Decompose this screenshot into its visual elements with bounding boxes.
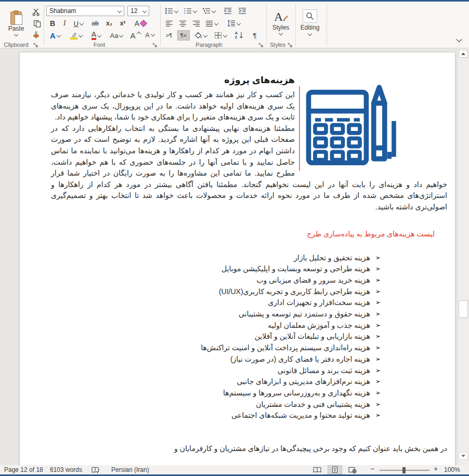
styles-button[interactable]: A Styles [269, 6, 293, 39]
group-separator [295, 4, 296, 46]
format-painter-button[interactable] [30, 30, 42, 39]
collapse-ribbon-button[interactable] [453, 36, 465, 45]
sort-button[interactable]: A Z [231, 30, 247, 41]
group-separator [327, 4, 327, 46]
text-effects-button[interactable]: A [47, 30, 63, 41]
italic-glyph: I [63, 19, 66, 28]
document-area: هزینه‌های پروژه این کسب و کار نیز همانند… [0, 48, 457, 465]
numbering-button[interactable] [181, 6, 198, 16]
eraser-icon [140, 20, 147, 27]
list-item: ➢هزینه طراحی و توسعه وبسایت و اپلیکیشن م… [51, 263, 381, 275]
show-marks-button[interactable]: ¶ [249, 30, 260, 41]
pilcrow-glyph: ¶ [253, 32, 257, 39]
align-left-icon [165, 20, 173, 27]
arrow-bullet-icon: ➢ [375, 376, 381, 388]
superscript-button[interactable]: x² [116, 18, 129, 29]
borders-button[interactable] [212, 30, 229, 41]
line-spacing-button[interactable] [224, 18, 243, 29]
font-size-combo[interactable]: 12 [127, 6, 149, 16]
paste-clipboard-icon [10, 10, 22, 24]
numbering-chevron [192, 9, 197, 13]
cost-list-heading: لیست هزینه‌های مربوط به پیاده‌سازی طرح [51, 229, 435, 240]
increase-indent-icon [238, 7, 246, 15]
bullets-chevron [174, 9, 178, 13]
change-case-button[interactable]: Aa [107, 30, 126, 41]
print-layout-button[interactable] [328, 465, 342, 474]
copy-button[interactable] [31, 19, 43, 28]
language-indicator[interactable]: Persian (Iran) [111, 466, 149, 474]
decrease-indent-button[interactable] [221, 6, 234, 16]
list-item: ➢هزینه جذب و آموزش معلمان اولیه [51, 320, 381, 332]
align-center-button[interactable] [176, 18, 189, 29]
page-indicator[interactable]: Page 12 of 18 [4, 466, 43, 474]
font-dialog-launcher[interactable] [152, 43, 158, 48]
list-item: ➢هزینه راه‌اندازی سیستم پرداخت آنلاین و … [51, 342, 381, 354]
clear-formatting-button[interactable]: A [132, 18, 149, 29]
page-content: هزینه‌های پروژه این کسب و کار نیز همانند… [20, 52, 455, 465]
bold-button[interactable]: B [47, 18, 58, 29]
font-color-glyph: A [92, 31, 96, 40]
zoom-in-button[interactable]: + [434, 465, 438, 473]
strikethrough-button[interactable]: ab [88, 18, 102, 29]
web-layout-button[interactable] [345, 465, 360, 474]
editing-chevron [308, 32, 312, 36]
underline-chevron [80, 21, 84, 25]
rtl-direction-button[interactable]: ¶< [177, 30, 190, 41]
document-page[interactable]: هزینه‌های پروژه این کسب و کار نیز همانند… [19, 52, 455, 465]
shrink-font-button[interactable]: A [144, 30, 156, 41]
justify-button[interactable] [203, 18, 220, 29]
list-item-text: هزینه بازاریابی و تبلیغات آنلاین و آفلای… [255, 331, 370, 342]
list-item-text: هزینه نگهداری و به‌روزرسانی سرورها و سیس… [223, 388, 370, 399]
image-wrap-boundary [299, 86, 300, 171]
list-item-text: هزینه تولید محتوا و مدیریت شبکه‌های اجتم… [231, 410, 370, 421]
arrow-bullet-icon: ➢ [375, 410, 381, 421]
align-right-button[interactable] [190, 18, 202, 29]
subscript-button[interactable]: x₂ [103, 18, 115, 29]
clipboard-dialog-launcher[interactable] [33, 43, 39, 48]
calculator-image-frame[interactable] [299, 73, 447, 172]
styles-dialog-launcher[interactable] [288, 43, 293, 48]
list-item: ➢هزینه خرید سرور و فضای میزبانی وب [51, 275, 381, 286]
zoom-out-button[interactable]: − [370, 465, 374, 473]
word-count[interactable]: 6103 words [50, 466, 82, 474]
list-item-text: هزینه تحقیق و تحلیل بازار [294, 253, 370, 264]
list-item: ➢هزینه ثبت برند و مسائل قانونی [51, 365, 381, 377]
increase-indent-button[interactable] [236, 6, 249, 16]
font-color-button[interactable]: A [87, 30, 105, 41]
multilevel-list-button[interactable] [200, 6, 217, 16]
align-left-button[interactable] [163, 18, 175, 29]
scrollbar-thumb[interactable] [459, 300, 468, 318]
list-item-text: هزینه ثبت برند و مسائل قانونی [278, 365, 370, 377]
underline-button[interactable]: U [71, 18, 86, 29]
arrow-bullet-icon: ➢ [375, 275, 381, 286]
scroll-up-button[interactable] [459, 50, 468, 58]
highlight-button[interactable] [67, 30, 85, 41]
cut-button[interactable] [30, 7, 42, 17]
shading-button[interactable] [192, 30, 210, 41]
font-color-chevron [97, 33, 101, 37]
paste-button[interactable]: Paste [4, 6, 28, 40]
zoom-level[interactable]: 100% [444, 466, 460, 474]
ltr-direction-button[interactable]: >¶ [163, 30, 175, 41]
scroll-down-button[interactable] [459, 452, 468, 460]
grow-font-button[interactable]: A [129, 30, 141, 41]
font-size-value: 12 [131, 7, 137, 15]
list-item-text: هزینه راه‌اندازی سیستم پرداخت آنلاین و ا… [201, 342, 370, 354]
vertical-scrollbar[interactable] [457, 48, 469, 465]
borders-icon [214, 32, 222, 39]
list-item: ➢هزینه سخت‌افزار و تجهیزات اداری [51, 297, 381, 309]
align-right-icon [192, 20, 200, 27]
list-item-text: هزینه خرید سرور و فضای میزبانی وب [256, 275, 370, 286]
paragraph-dialog-launcher[interactable] [258, 43, 264, 48]
text-effects-chevron [57, 33, 61, 37]
editing-button[interactable]: Editing [298, 6, 322, 39]
bullets-button[interactable] [163, 6, 179, 16]
italic-button[interactable]: I [59, 18, 70, 29]
list-item: ➢هزینه نگهداری و به‌روزرسانی سرورها و سی… [51, 388, 381, 399]
arrow-bullet-icon: ➢ [375, 263, 381, 275]
read-mode-button[interactable] [310, 465, 324, 474]
arrow-bullet-icon: ➢ [375, 320, 381, 332]
font-group-label: Font [45, 42, 154, 48]
font-name-combo[interactable]: Shabnam [46, 6, 124, 16]
zoom-slider-thumb[interactable] [402, 467, 406, 473]
